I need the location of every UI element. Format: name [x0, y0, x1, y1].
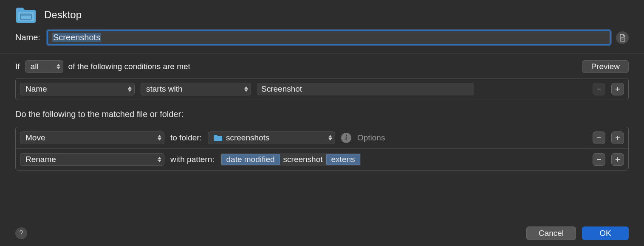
destination-folder-select[interactable]: screenshots [208, 131, 335, 144]
chevron-up-down-icon [56, 64, 60, 70]
action-select[interactable]: Rename [20, 153, 164, 166]
token-extension[interactable]: extens [326, 154, 360, 165]
to-folder-label: to folder: [170, 133, 202, 143]
scope-select[interactable]: all [25, 60, 63, 73]
folder-mini-icon [213, 134, 223, 142]
document-icon-button[interactable] [616, 31, 629, 44]
pattern-field[interactable]: date modified screenshot extens [220, 153, 361, 166]
chevron-up-down-icon [328, 135, 332, 141]
options-label[interactable]: Options [357, 133, 385, 143]
name-input[interactable]: Screenshots [47, 30, 611, 45]
info-icon[interactable]: i [341, 133, 351, 143]
with-pattern-label: with pattern: [170, 155, 215, 164]
if-label: If [15, 62, 20, 71]
action-select[interactable]: Move [20, 131, 164, 144]
actions-box: Move to folder: screenshots [15, 127, 629, 171]
chevron-up-down-icon [128, 87, 132, 92]
token-date-modified[interactable]: date modified [221, 154, 280, 165]
condition-value-input[interactable] [257, 83, 474, 95]
condition-row: Name starts with [16, 78, 628, 100]
add-action-button[interactable] [611, 153, 624, 166]
remove-action-button[interactable] [593, 131, 605, 144]
svg-rect-2 [20, 14, 31, 16]
action-row: Move to folder: screenshots [16, 127, 628, 148]
folder-icon [15, 6, 37, 24]
remove-action-button[interactable] [593, 153, 605, 166]
condition-field-select[interactable]: Name [20, 83, 135, 95]
add-condition-button[interactable] [611, 83, 624, 95]
of-conditions-label: of the following conditions are met [68, 62, 190, 71]
name-label: Name: [15, 33, 42, 42]
chevron-up-down-icon [158, 135, 161, 141]
action-row: Rename with pattern: date modified scree… [16, 148, 628, 170]
token-plain-text[interactable]: screenshot [282, 155, 325, 164]
chevron-up-down-icon [244, 87, 248, 92]
chevron-up-down-icon [158, 157, 161, 162]
actions-heading: Do the following to the matched file or … [0, 102, 644, 120]
remove-condition-button [593, 83, 605, 95]
help-button[interactable]: ? [15, 227, 27, 239]
conditions-box: Name starts with [15, 78, 629, 100]
folder-title: Desktop [44, 9, 82, 21]
ok-button[interactable]: OK [582, 226, 629, 240]
preview-button[interactable]: Preview [582, 60, 629, 73]
cancel-button[interactable]: Cancel [526, 226, 576, 240]
add-action-button[interactable] [611, 131, 624, 144]
condition-operator-select[interactable]: starts with [141, 83, 251, 95]
